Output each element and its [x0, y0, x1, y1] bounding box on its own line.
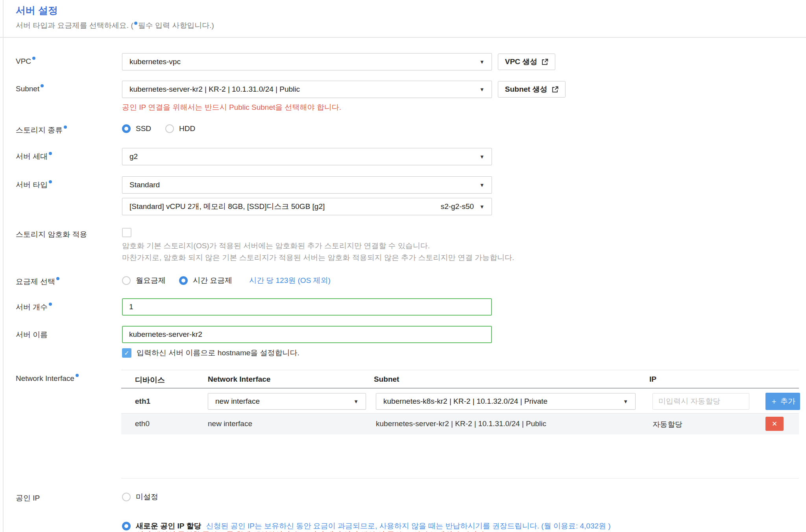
ip-input[interactable] — [653, 393, 749, 410]
required-dot — [49, 180, 52, 183]
encryption-checkbox[interactable] — [122, 228, 131, 237]
table-header-row: 디바이스 Network Interface Subnet IP — [121, 370, 799, 388]
ssd-label: SSD — [136, 124, 151, 133]
generation-label: 서버 세대 — [16, 151, 52, 162]
storage-type-label: 스토리지 종류 — [16, 125, 67, 135]
server-name-label: 서버 이름 — [16, 330, 48, 340]
caret-down-icon: ▼ — [353, 399, 359, 405]
row-subnet-select[interactable]: kubernetes-k8s-kr2 | KR-2 | 10.1.32.0/24… — [376, 393, 636, 410]
subnet-select-value: kubernetes-server-kr2 | KR-2 | 10.1.31.0… — [129, 85, 300, 94]
caret-down-icon: ▼ — [623, 399, 628, 405]
radio-hdd[interactable] — [165, 124, 174, 133]
subnet-public-warning: 공인 IP 연결을 위해서는 반드시 Public Subnet을 선택해야 합… — [122, 102, 341, 113]
encryption-help-2: 마찬가지로, 암호화 되지 않은 기본 스토리지가 적용된 서버는 암호화 적용… — [122, 253, 514, 263]
required-dot — [134, 22, 137, 25]
col-header-interface: Network Interface — [208, 375, 270, 384]
required-dot — [49, 303, 52, 306]
interface-select-value: new interface — [215, 397, 260, 406]
flavor-code: s2-g2-s50 — [441, 202, 474, 211]
col-header-subnet: Subnet — [374, 375, 399, 384]
flavor-select-value: [Standard] vCPU 2개, 메모리 8GB, [SSD]디스크 50… — [129, 201, 325, 212]
table-row: eth0 new interface kubernetes-server-kr2… — [121, 414, 799, 434]
server-type-select[interactable]: Standard ▼ — [122, 176, 492, 194]
server-name-input[interactable]: kubernetes-server-kr2 — [122, 326, 492, 343]
close-icon: ✕ — [772, 420, 777, 428]
interface-select[interactable]: new interface ▼ — [208, 393, 366, 410]
row-subnet-select-value: kubernetes-k8s-kr2 | KR-2 | 10.1.32.0/24… — [383, 397, 547, 406]
public-ip-unset-label: 미설정 — [136, 492, 158, 502]
network-interface-table: 디바이스 Network Interface Subnet IP eth1 ne… — [121, 370, 799, 478]
subtitle-pre: 서버 타입과 요금제를 선택하세요. ( — [16, 21, 133, 30]
subnet-label: Subnet — [16, 84, 44, 93]
encryption-help-1: 암호화 기본 스토리지(OS)가 적용된 서버에는 암호화된 추가 스토리지만 … — [122, 241, 430, 251]
storage-type-hdd-option[interactable]: HDD — [165, 124, 195, 133]
header-divider — [0, 37, 806, 38]
radio-monthly[interactable] — [122, 276, 131, 285]
required-dot — [76, 374, 79, 377]
external-link-icon — [552, 86, 558, 93]
col-header-device: 디바이스 — [135, 375, 165, 385]
col-header-ip: IP — [649, 375, 656, 384]
required-dot — [41, 84, 44, 87]
vpc-select[interactable]: kubernetes-vpc ▼ — [122, 53, 492, 70]
device-cell: eth1 — [135, 397, 150, 406]
hdd-label: HDD — [179, 124, 195, 133]
device-cell: eth0 — [135, 419, 150, 428]
hostname-note: 입력하신 서버 이름으로 hostname을 설정합니다. — [137, 348, 299, 358]
add-interface-button[interactable]: ＋추가 — [765, 393, 800, 410]
radio-hourly[interactable] — [179, 276, 188, 285]
page-title: 서버 설정 — [16, 4, 58, 17]
hostname-checkbox[interactable]: ✓ — [122, 348, 131, 358]
monthly-label: 월요금제 — [136, 275, 166, 286]
network-interface-label: Network Interface — [16, 374, 79, 383]
hostname-option: ✓ 입력하신 서버 이름으로 hostname을 설정합니다. — [122, 348, 299, 358]
subtitle-required: 필수 입력 사항입니다.) — [138, 21, 214, 30]
delete-interface-button[interactable]: ✕ — [765, 417, 784, 431]
generation-select-value: g2 — [129, 152, 138, 161]
subnet-create-button[interactable]: Subnet 생성 — [498, 81, 566, 98]
radio-public-ip-new[interactable] — [122, 522, 131, 530]
radio-public-ip-unset[interactable] — [122, 493, 131, 501]
server-type-label: 서버 타입 — [16, 180, 52, 190]
hourly-label: 시간 요금제 — [193, 275, 232, 286]
vpc-create-button[interactable]: VPC 생성 — [498, 54, 555, 70]
required-dot — [49, 152, 52, 155]
encryption-label: 스토리지 암호화 적용 — [16, 229, 87, 240]
table-row: eth1 new interface ▼ kubernetes-k8s-kr2 … — [121, 388, 799, 414]
server-count-input[interactable]: 1 — [122, 298, 492, 316]
required-dot — [64, 126, 67, 129]
check-icon: ✓ — [124, 349, 129, 357]
caret-down-icon: ▼ — [479, 87, 484, 92]
caret-down-icon: ▼ — [479, 204, 484, 210]
external-link-icon — [542, 59, 548, 65]
server-settings-page: 서버 설정 서버 타입과 요금제를 선택하세요. (필수 입력 사항입니다.) … — [0, 0, 806, 532]
server-count-label: 서버 개수 — [16, 302, 52, 312]
pricing-hourly-option[interactable]: 시간 요금제 — [179, 275, 232, 286]
vpc-select-value: kubernetes-vpc — [129, 57, 181, 66]
required-dot — [32, 57, 35, 60]
generation-select[interactable]: g2 ▼ — [122, 148, 492, 165]
required-dot — [56, 277, 59, 280]
page-left-border — [3, 0, 4, 532]
vpc-label: VPC — [16, 57, 35, 66]
page-subtitle: 서버 타입과 요금제를 선택하세요. (필수 입력 사항입니다.) — [16, 20, 214, 31]
caret-down-icon: ▼ — [479, 182, 484, 188]
server-type-select-value: Standard — [129, 181, 160, 189]
public-ip-unset-option[interactable]: 미설정 — [122, 492, 158, 502]
radio-ssd[interactable] — [122, 124, 131, 133]
plus-icon: ＋ — [770, 396, 778, 406]
storage-type-ssd-option[interactable]: SSD — [122, 124, 151, 133]
subnet-cell: kubernetes-server-kr2 | KR-2 | 10.1.31.0… — [376, 419, 546, 428]
public-ip-label: 공인 IP — [16, 493, 40, 503]
caret-down-icon: ▼ — [479, 154, 484, 160]
flavor-select[interactable]: [Standard] vCPU 2개, 메모리 8GB, [SSD]디스크 50… — [122, 198, 492, 215]
public-ip-clipped-note: 서버 생성시 동일한 공인 IP를 함께 생성하시더라도, 여러 대의 서버 생… — [136, 530, 487, 532]
interface-cell: new interface — [208, 419, 252, 428]
pricing-label: 요금제 선택 — [16, 277, 59, 287]
subnet-select[interactable]: kubernetes-server-kr2 | KR-2 | 10.1.31.0… — [122, 81, 492, 98]
pricing-monthly-option[interactable]: 월요금제 — [122, 275, 166, 286]
caret-down-icon: ▼ — [479, 59, 484, 65]
hourly-price-note: 시간 당 123원 (OS 제외) — [249, 275, 331, 286]
ip-cell: 자동할당 — [653, 419, 682, 430]
